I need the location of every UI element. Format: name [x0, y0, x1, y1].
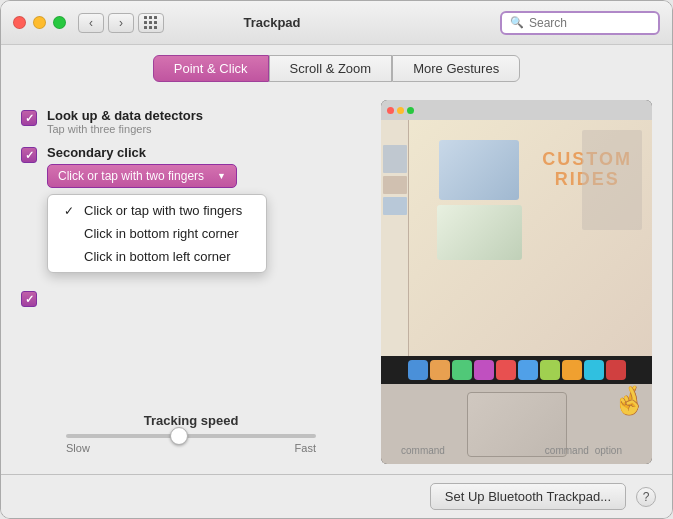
- preview-container: CUSTOMRIDES: [381, 100, 652, 464]
- lookup-checkbox[interactable]: [21, 110, 37, 126]
- command-label: command: [545, 445, 589, 456]
- preview-sidebar: [381, 120, 409, 356]
- preview-product-image: [439, 140, 519, 200]
- trackpad-labels-right: command option: [545, 445, 622, 456]
- tracking-label: Tracking speed: [144, 413, 239, 428]
- dropdown-menu: ✓ Click or tap with two fingers Click in…: [47, 194, 267, 273]
- option-label: option: [595, 445, 622, 456]
- secondary-checkbox[interactable]: [21, 147, 37, 163]
- lookup-sub-label: Tap with three fingers: [47, 123, 203, 135]
- tab-more-gestures[interactable]: More Gestures: [392, 55, 520, 82]
- menu-item-bottom-right[interactable]: Click in bottom right corner: [48, 222, 266, 245]
- dock-icon-2: [430, 360, 450, 380]
- preview-thumb-4: [383, 197, 407, 215]
- menu-item-two-fingers[interactable]: ✓ Click or tap with two fingers: [48, 199, 266, 222]
- dock-icon-3: [452, 360, 472, 380]
- dock-icon-8: [562, 360, 582, 380]
- menu-item-label-1: Click or tap with two fingers: [84, 203, 242, 218]
- tabs-row: Point & Click Scroll & Zoom More Gesture…: [1, 45, 672, 90]
- tap-click-checkbox[interactable]: [21, 291, 37, 307]
- main-content: Look up & data detectors Tap with three …: [1, 90, 672, 474]
- fast-label: Fast: [295, 442, 316, 454]
- tab-point-click[interactable]: Point & Click: [153, 55, 269, 82]
- tracking-section: Tracking speed Slow Fast: [21, 403, 361, 464]
- preview-thumb-2: [383, 145, 407, 173]
- lookup-label: Look up & data detectors Tap with three …: [47, 108, 203, 135]
- preview-website: CUSTOMRIDES: [381, 120, 652, 356]
- preview-main: CUSTOMRIDES: [409, 120, 652, 356]
- search-input[interactable]: [529, 16, 650, 30]
- window: ‹ › Trackpad 🔍 Point & Click Scroll & Zo…: [0, 0, 673, 519]
- trackpad-area: command command option 🤞: [381, 384, 652, 464]
- preview-dock: [381, 356, 652, 384]
- menu-item-label-3: Click in bottom left corner: [84, 249, 231, 264]
- menu-item-label-2: Click in bottom right corner: [84, 226, 239, 241]
- slider-container: Slow Fast: [66, 434, 316, 454]
- slider-labels: Slow Fast: [66, 442, 316, 454]
- bottom-bar: Set Up Bluetooth Trackpad... ?: [1, 474, 672, 518]
- slow-label: Slow: [66, 442, 90, 454]
- tab-scroll-zoom[interactable]: Scroll & Zoom: [269, 55, 393, 82]
- dropdown-selected-label: Click or tap with two fingers: [58, 169, 204, 183]
- browser-minimize-dot: [397, 107, 404, 114]
- tracking-speed-slider[interactable]: [66, 434, 316, 438]
- lookup-main-label: Look up & data detectors: [47, 108, 203, 123]
- dock-icon-1: [408, 360, 428, 380]
- preview-thumb-1: [383, 124, 407, 142]
- dock-icon-4: [474, 360, 494, 380]
- secondary-content: Secondary click Click or tap with two fi…: [47, 145, 267, 273]
- checkmark-icon: ✓: [64, 204, 78, 218]
- window-title: Trackpad: [44, 15, 500, 30]
- dock-icon-9: [584, 360, 604, 380]
- preview-browser-bar: [381, 100, 652, 120]
- tap-click-item: [21, 281, 361, 313]
- dock-icon-6: [518, 360, 538, 380]
- dock-icon-5: [496, 360, 516, 380]
- secondary-title: Secondary click: [47, 145, 267, 160]
- preview-thumb-3: [383, 176, 407, 194]
- close-button[interactable]: [13, 16, 26, 29]
- help-button[interactable]: ?: [636, 487, 656, 507]
- dock-icon-10: [606, 360, 626, 380]
- lookup-item: Look up & data detectors Tap with three …: [21, 100, 361, 141]
- menu-item-bottom-left[interactable]: Click in bottom left corner: [48, 245, 266, 268]
- secondary-click-item: Secondary click Click or tap with two fi…: [21, 141, 361, 273]
- preview-panel-right: [582, 130, 642, 230]
- title-bar: ‹ › Trackpad 🔍: [1, 1, 672, 45]
- trackpad-label-left: command: [401, 445, 445, 456]
- chevron-down-icon: ▼: [217, 171, 226, 181]
- secondary-dropdown-button[interactable]: Click or tap with two fingers ▼: [47, 164, 237, 188]
- preview-product-image-2: [437, 205, 522, 260]
- setup-bluetooth-button[interactable]: Set Up Bluetooth Trackpad...: [430, 483, 626, 510]
- search-icon: 🔍: [510, 16, 524, 29]
- browser-close-dot: [387, 107, 394, 114]
- left-panel: Look up & data detectors Tap with three …: [21, 100, 361, 464]
- right-panel: CUSTOMRIDES: [381, 100, 652, 464]
- hands-icon: 🤞: [612, 384, 647, 417]
- dock-icon-7: [540, 360, 560, 380]
- browser-maximize-dot: [407, 107, 414, 114]
- search-box[interactable]: 🔍: [500, 11, 660, 35]
